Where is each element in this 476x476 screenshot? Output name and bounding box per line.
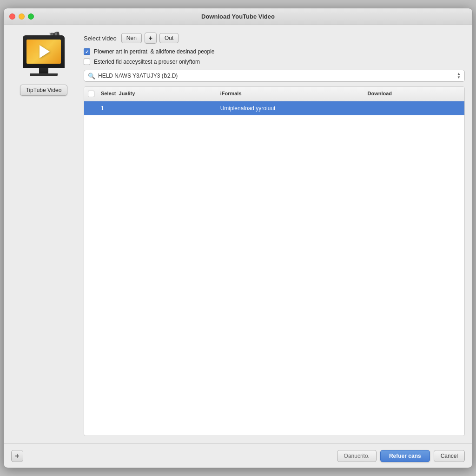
traffic-lights	[9, 13, 34, 20]
th-check	[84, 89, 97, 99]
app-icon: 🏴	[18, 33, 69, 79]
checkbox-label-1: Plowner art in perdrat. & alldfone desin…	[94, 48, 215, 55]
checkbox-2[interactable]	[84, 59, 90, 65]
spinner-button[interactable]: ▲ ▼	[457, 72, 461, 79]
close-button[interactable]	[9, 13, 15, 20]
table-header: Select_Juality iFormals Download	[84, 87, 464, 101]
maximize-button[interactable]	[28, 13, 34, 20]
row-check	[84, 106, 97, 110]
results-table: Select_Juality iFormals Download 1 Umipl…	[84, 86, 465, 436]
sidebar: 🏴 TipTube Video	[11, 33, 76, 436]
tab-out-button[interactable]: Out	[159, 33, 178, 43]
main-panel: Select video Nen + Out ✓ Plowner art in …	[84, 33, 465, 436]
secondary-button[interactable]: Oanucrito.	[337, 450, 377, 462]
tab-nen-button[interactable]: Nen	[121, 33, 142, 43]
bottom-right: Oanucrito. Refuer cans Cancel	[337, 450, 465, 462]
monitor-stand	[39, 68, 48, 73]
th-quality: Select_Juality	[97, 89, 217, 99]
minimize-button[interactable]	[19, 13, 25, 20]
play-icon	[40, 45, 50, 58]
monitor-graphic	[23, 35, 65, 68]
bottom-left: +	[11, 450, 23, 462]
row-num: 1	[97, 103, 217, 113]
main-window: Download YouTube Video 🏴 TipTube Video	[3, 8, 473, 468]
th-iformals: iFormals	[217, 89, 364, 99]
tab-plus-button[interactable]: +	[145, 33, 157, 44]
app-name-button[interactable]: TipTube Video	[20, 85, 68, 96]
content-area: 🏴 TipTube Video Select video Nen +	[4, 25, 472, 443]
select-video-label: Select video	[84, 35, 117, 42]
checkbox-label-2: Esterled fid acceysiltest a prouser only…	[94, 59, 200, 65]
table-body: 1 Umiplenaload yyroiuut	[84, 101, 464, 436]
primary-button[interactable]: Refuer cans	[380, 450, 430, 462]
search-input[interactable]	[98, 73, 454, 79]
checkboxes-group: ✓ Plowner art in perdrat. & alldfone des…	[84, 48, 465, 65]
monitor-base	[30, 73, 58, 76]
checkbox-row-2: Esterled fid acceysiltest a prouser only…	[84, 59, 465, 65]
row-download	[364, 106, 464, 110]
checkbox-row-1: ✓ Plowner art in perdrat. & alldfone des…	[84, 48, 465, 55]
add-button[interactable]: +	[11, 450, 23, 462]
bottom-bar: + Oanucrito. Refuer cans Cancel	[4, 443, 472, 468]
titlebar: Download YouTube Video	[4, 8, 472, 25]
row-name: Umiplenaload yyroiuut	[217, 103, 364, 113]
checkmark-1: ✓	[85, 49, 89, 54]
th-download: Download	[364, 89, 464, 99]
cancel-button[interactable]: Cancel	[434, 450, 465, 462]
search-bar: 🔍 ▲ ▼	[84, 70, 465, 82]
search-icon: 🔍	[88, 73, 95, 79]
window-title: Download YouTube Video	[201, 13, 275, 20]
table-row[interactable]: 1 Umiplenaload yyroiuut	[84, 101, 464, 115]
top-controls: Select video Nen + Out	[84, 33, 465, 44]
checkbox-1[interactable]: ✓	[84, 48, 90, 55]
monitor-screen	[26, 40, 61, 64]
